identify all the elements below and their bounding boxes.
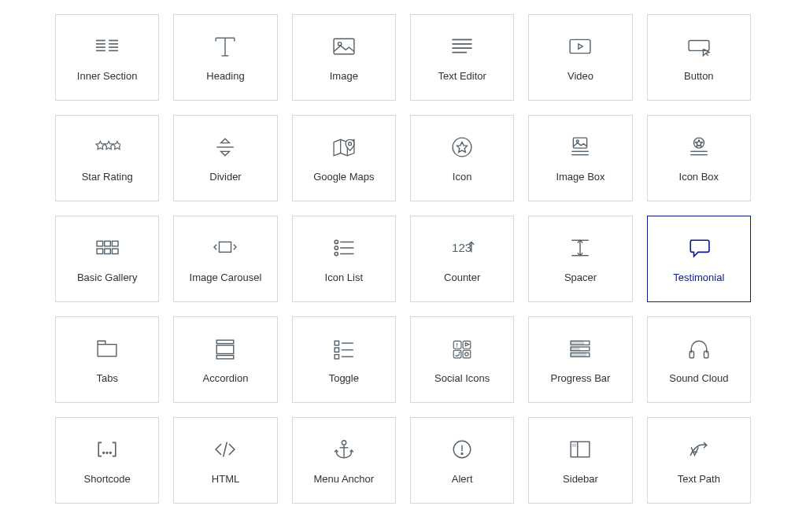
widget-label: Social Icons: [434, 372, 490, 384]
code-icon: [212, 437, 238, 462]
inner-section-icon: [94, 34, 120, 59]
counter-icon: [449, 235, 475, 260]
anchor-icon: [331, 437, 357, 462]
widget-label: Star Rating: [82, 171, 133, 183]
star-rating-icon: [94, 135, 120, 160]
widget-label: Basic Gallery: [77, 272, 138, 283]
widget-label: Icon: [453, 171, 472, 183]
testimonial-icon: [686, 235, 712, 260]
widget-alert[interactable]: Alert: [410, 417, 514, 504]
widget-html[interactable]: HTML: [173, 417, 277, 504]
widget-label: HTML: [212, 473, 239, 485]
widget-inner-section[interactable]: Inner Section: [55, 14, 159, 101]
widget-menu-anchor[interactable]: Menu Anchor: [292, 417, 396, 504]
headphones-icon: [686, 336, 712, 361]
widget-label: Icon Box: [679, 171, 719, 183]
widget-label: Progress Bar: [551, 372, 611, 384]
widget-grid: Inner SectionHeadingImageText EditorVide…: [55, 14, 751, 504]
gallery-icon: [94, 235, 120, 260]
widget-star-rating[interactable]: Star Rating: [55, 115, 159, 201]
carousel-icon: [212, 235, 238, 260]
widget-counter[interactable]: Counter: [410, 216, 514, 302]
spacer-icon: [567, 235, 593, 260]
toggle-icon: [331, 336, 357, 361]
widget-button[interactable]: Button: [647, 14, 751, 101]
widget-icon-list[interactable]: Icon List: [292, 216, 396, 302]
widget-icon[interactable]: Icon: [410, 115, 514, 201]
widget-shortcode[interactable]: Shortcode: [55, 417, 159, 504]
divider-icon: [212, 135, 238, 160]
text-editor-icon: [449, 34, 475, 59]
widget-label: Toggle: [329, 372, 359, 384]
button-icon: [686, 34, 712, 59]
widget-label: Inner Section: [77, 70, 138, 82]
widget-label: Video: [568, 70, 593, 82]
accordion-icon: [212, 336, 238, 361]
star-circle-icon: [449, 135, 475, 160]
progress-bar-icon: [567, 336, 593, 361]
icon-list-icon: [331, 235, 357, 260]
tabs-icon: [94, 336, 120, 361]
widget-label: Accordion: [203, 372, 249, 384]
widget-toggle[interactable]: Toggle: [292, 316, 396, 403]
widget-spacer[interactable]: Spacer: [528, 216, 632, 302]
widget-icon-box[interactable]: Icon Box: [647, 115, 751, 201]
text-path-icon: [686, 437, 712, 462]
shortcode-icon: [94, 437, 120, 462]
widget-sidebar[interactable]: Sidebar: [528, 417, 632, 504]
widget-label: Google Maps: [313, 171, 374, 183]
widget-testimonial[interactable]: Testimonial: [647, 216, 751, 302]
widget-label: Text Path: [678, 473, 720, 485]
widget-label: Alert: [452, 473, 473, 485]
image-icon: [331, 34, 357, 59]
widget-social-icons[interactable]: Social Icons: [410, 316, 514, 403]
widget-label: Divider: [209, 171, 241, 183]
widget-text-path[interactable]: Text Path: [647, 417, 751, 504]
widget-tabs[interactable]: Tabs: [55, 316, 159, 403]
widget-progress-bar[interactable]: Progress Bar: [528, 316, 632, 403]
sidebar-icon: [567, 437, 593, 462]
widget-text-editor[interactable]: Text Editor: [410, 14, 514, 101]
widget-label: Sound Cloud: [669, 372, 728, 384]
widget-label: Button: [684, 70, 714, 82]
social-icons-icon: [449, 336, 475, 361]
widget-label: Testimonial: [673, 272, 724, 283]
google-maps-icon: [331, 135, 357, 160]
widget-image-carousel[interactable]: Image Carousel: [173, 216, 277, 302]
widget-accordion[interactable]: Accordion: [173, 316, 277, 403]
widget-label: Counter: [444, 272, 480, 283]
video-icon: [567, 34, 593, 59]
widget-heading[interactable]: Heading: [173, 14, 277, 101]
widget-sound-cloud[interactable]: Sound Cloud: [647, 316, 751, 403]
alert-icon: [449, 437, 475, 462]
icon-box-icon: [686, 135, 712, 160]
heading-icon: [212, 34, 238, 59]
widget-label: Text Editor: [438, 70, 486, 82]
widget-label: Menu Anchor: [314, 473, 375, 485]
widget-label: Icon List: [325, 272, 363, 283]
widget-label: Image: [330, 70, 358, 82]
widget-video[interactable]: Video: [528, 14, 632, 101]
widget-google-maps[interactable]: Google Maps: [292, 115, 396, 201]
widget-label: Shortcode: [84, 473, 131, 485]
widget-label: Spacer: [564, 272, 597, 283]
widget-label: Sidebar: [563, 473, 598, 485]
widget-label: Image Carousel: [190, 272, 262, 283]
widget-label: Heading: [206, 70, 244, 82]
image-box-icon: [567, 135, 593, 160]
widget-image[interactable]: Image: [292, 14, 396, 101]
widget-label: Image Box: [556, 171, 604, 183]
widget-divider[interactable]: Divider: [173, 115, 277, 201]
widget-basic-gallery[interactable]: Basic Gallery: [55, 216, 159, 302]
widget-label: Tabs: [96, 372, 117, 384]
widget-image-box[interactable]: Image Box: [528, 115, 632, 201]
